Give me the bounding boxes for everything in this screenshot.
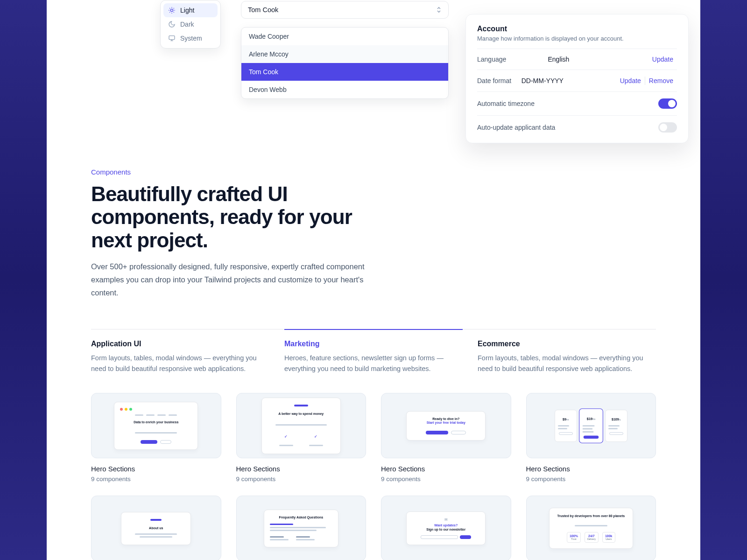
component-card[interactable]: $9/m $19/m $109/y [526, 393, 656, 483]
theme-label: System [180, 35, 202, 42]
thumb-text: A better way to spend money [268, 412, 335, 416]
tab-desc: Heroes, feature sections, newsletter sig… [284, 353, 463, 374]
account-card: Account Manage how information is displa… [465, 14, 689, 143]
component-count: 9 components [381, 476, 511, 483]
person-select: Tom Cook Wade Cooper Arlene Mccoy Tom Co… [241, 1, 449, 99]
account-row-auto-timezone: Automatic timezone [477, 91, 677, 115]
select-value: Tom Cook [248, 6, 278, 14]
account-title: Account [477, 25, 677, 33]
chevron-up-down-icon [436, 7, 442, 13]
tab-application-ui[interactable]: Application UI Form layouts, tables, mod… [91, 329, 269, 374]
account-row-date-format: Date format DD-MM-YYYY Update Remove [477, 70, 677, 91]
component-thumb: Frequently Asked Questions [236, 496, 366, 560]
select-button[interactable]: Tom Cook [241, 1, 449, 19]
remove-link[interactable]: Remove [645, 77, 677, 84]
component-count: 9 components [236, 476, 366, 483]
component-thumb: About us [91, 496, 221, 560]
theme-picker: Light Dark System [160, 0, 221, 49]
component-thumb: $9/m $19/m $109/y [526, 393, 656, 458]
thumb-text: Sign up to our newsletter [412, 528, 479, 532]
component-card[interactable]: Frequently Asked Questions [236, 496, 366, 560]
tab-title: Ecommerce [478, 340, 656, 348]
section-headline: Beautifully crafted UI components, ready… [91, 182, 390, 252]
theme-option-system[interactable]: System [163, 31, 218, 45]
component-card[interactable]: Trusted by developers from over 80 plane… [526, 496, 656, 560]
thumb-text: Data to enrich your business [120, 420, 192, 424]
select-option[interactable]: Tom Cook [241, 63, 448, 81]
component-count: 9 components [526, 476, 656, 483]
component-title: Hero Sections [526, 465, 656, 473]
update-link[interactable]: Update [616, 77, 645, 84]
toggle-auto-timezone[interactable] [658, 98, 677, 109]
row-label: Auto-update applicant data [477, 124, 568, 131]
select-option[interactable]: Arlene Mccoy [241, 45, 448, 63]
component-thumb: Trusted by developers from over 80 plane… [526, 496, 656, 560]
svg-rect-1 [169, 36, 175, 40]
account-row-auto-update: Auto-update applicant data [477, 115, 677, 139]
sun-icon [168, 7, 176, 14]
theme-label: Dark [180, 21, 194, 28]
tab-ecommerce[interactable]: Ecommerce Form layouts, tables, modal wi… [478, 329, 656, 374]
component-thumb: Ready to dive in? Start your free trial … [381, 393, 511, 458]
tab-desc: Form layouts, tables, modal windows — ev… [91, 353, 269, 374]
component-thumb: Data to enrich your business [91, 393, 221, 458]
tab-title: Marketing [284, 340, 463, 348]
thumb-text: About us [127, 526, 185, 530]
component-card[interactable]: A better way to spend money ✓ ✓ Hero Sec… [236, 393, 366, 483]
row-value: DD-MM-YYYY [521, 77, 564, 84]
component-card[interactable]: Ready to dive in? Start your free trial … [381, 393, 511, 483]
svg-point-0 [170, 9, 173, 11]
component-thumb: ✉ Want updates? Sign up to our newslette… [381, 496, 511, 560]
component-thumb: A better way to spend money ✓ ✓ [236, 393, 366, 458]
theme-option-light[interactable]: Light [163, 3, 218, 17]
component-count: 9 components [91, 476, 221, 483]
section-lead: Over 500+ professionally designed, fully… [91, 260, 371, 299]
component-card[interactable]: About us [91, 496, 221, 560]
select-option[interactable]: Devon Webb [241, 81, 448, 98]
row-label: Language [477, 56, 548, 63]
row-label: Automatic timezone [477, 100, 568, 107]
toggle-auto-update[interactable] [658, 122, 677, 133]
moon-icon [168, 21, 176, 28]
thumb-text: Start your free trial today [412, 421, 479, 425]
component-grid: Data to enrich your business Hero Sectio… [91, 393, 656, 483]
tab-title: Application UI [91, 340, 269, 348]
thumb-text: Frequently Asked Questions [270, 516, 332, 519]
theme-option-dark[interactable]: Dark [163, 17, 218, 31]
category-tabs: Application UI Form layouts, tables, mod… [91, 329, 656, 374]
update-link[interactable]: Update [648, 56, 677, 63]
tab-desc: Form layouts, tables, modal windows — ev… [478, 353, 656, 374]
select-option[interactable]: Wade Cooper [241, 28, 448, 45]
tab-marketing[interactable]: Marketing Heroes, feature sections, news… [284, 329, 463, 374]
component-card[interactable]: Data to enrich your business Hero Sectio… [91, 393, 221, 483]
component-title: Hero Sections [91, 465, 221, 473]
row-label: Date format [477, 77, 521, 84]
thumb-text: Ready to dive in? [412, 417, 479, 421]
section-eyebrow: Components [91, 168, 656, 176]
row-value: English [548, 56, 569, 63]
account-subtitle: Manage how information is displayed on y… [477, 35, 677, 42]
component-title: Hero Sections [236, 465, 366, 473]
thumb-text: Want updates? [412, 524, 479, 527]
thumb-text: Trusted by developers from over 80 plane… [555, 514, 627, 518]
component-card[interactable]: ✉ Want updates? Sign up to our newslette… [381, 496, 511, 560]
theme-label: Light [180, 7, 194, 14]
monitor-icon [168, 35, 176, 42]
account-row-language: Language English Update [477, 49, 677, 70]
select-listbox: Wade Cooper Arlene Mccoy Tom Cook Devon … [241, 27, 449, 99]
component-title: Hero Sections [381, 465, 511, 473]
